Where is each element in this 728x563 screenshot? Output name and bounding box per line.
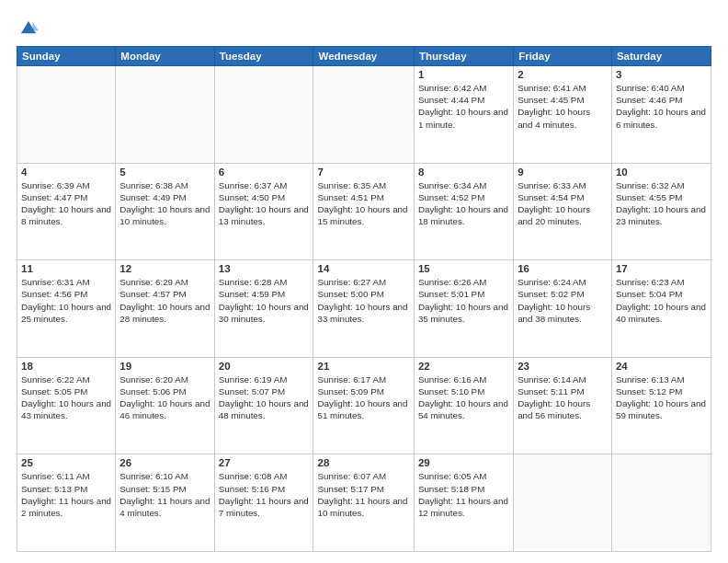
day-number: 15 bbox=[418, 263, 509, 274]
calendar-cell bbox=[514, 454, 612, 552]
day-info: Sunrise: 6:39 AM Sunset: 4:47 PM Dayligh… bbox=[21, 179, 111, 228]
calendar-cell bbox=[313, 66, 414, 164]
logo bbox=[17, 18, 42, 39]
day-info: Sunrise: 6:23 AM Sunset: 5:04 PM Dayligh… bbox=[616, 276, 707, 325]
calendar-cell: 25Sunrise: 6:11 AM Sunset: 5:13 PM Dayli… bbox=[17, 454, 116, 552]
day-number: 13 bbox=[219, 263, 310, 274]
calendar-cell: 9Sunrise: 6:33 AM Sunset: 4:54 PM Daylig… bbox=[514, 163, 612, 260]
calendar-cell bbox=[116, 66, 214, 164]
day-number: 25 bbox=[21, 457, 111, 468]
calendar-cell: 20Sunrise: 6:19 AM Sunset: 5:07 PM Dayli… bbox=[214, 357, 313, 454]
logo-icon bbox=[18, 18, 39, 39]
calendar-header-row: SundayMondayTuesdayWednesdayThursdayFrid… bbox=[17, 47, 711, 66]
calendar-cell: 26Sunrise: 6:10 AM Sunset: 5:15 PM Dayli… bbox=[116, 454, 214, 552]
calendar-week-4: 18Sunrise: 6:22 AM Sunset: 5:05 PM Dayli… bbox=[17, 357, 711, 454]
day-number: 23 bbox=[518, 361, 608, 372]
day-number: 14 bbox=[317, 263, 409, 274]
day-number: 24 bbox=[616, 361, 707, 372]
day-info: Sunrise: 6:32 AM Sunset: 4:55 PM Dayligh… bbox=[616, 179, 707, 228]
day-info: Sunrise: 6:16 AM Sunset: 5:10 PM Dayligh… bbox=[418, 373, 509, 422]
calendar-cell: 4Sunrise: 6:39 AM Sunset: 4:47 PM Daylig… bbox=[17, 163, 116, 260]
day-info: Sunrise: 6:40 AM Sunset: 4:46 PM Dayligh… bbox=[616, 82, 707, 131]
day-info: Sunrise: 6:22 AM Sunset: 5:05 PM Dayligh… bbox=[21, 373, 111, 422]
calendar-cell: 14Sunrise: 6:27 AM Sunset: 5:00 PM Dayli… bbox=[313, 260, 414, 358]
column-header-saturday: Saturday bbox=[611, 47, 711, 66]
day-info: Sunrise: 6:29 AM Sunset: 4:57 PM Dayligh… bbox=[119, 276, 210, 325]
day-number: 26 bbox=[119, 457, 210, 468]
day-info: Sunrise: 6:34 AM Sunset: 4:52 PM Dayligh… bbox=[418, 179, 509, 228]
day-info: Sunrise: 6:28 AM Sunset: 4:59 PM Dayligh… bbox=[219, 276, 310, 325]
calendar-cell: 2Sunrise: 6:41 AM Sunset: 4:45 PM Daylig… bbox=[514, 66, 612, 164]
calendar-week-2: 4Sunrise: 6:39 AM Sunset: 4:47 PM Daylig… bbox=[17, 163, 711, 260]
day-number: 4 bbox=[21, 167, 111, 178]
day-info: Sunrise: 6:26 AM Sunset: 5:01 PM Dayligh… bbox=[418, 276, 509, 325]
day-number: 1 bbox=[418, 69, 509, 80]
calendar-cell: 16Sunrise: 6:24 AM Sunset: 5:02 PM Dayli… bbox=[514, 260, 612, 358]
day-info: Sunrise: 6:27 AM Sunset: 5:00 PM Dayligh… bbox=[317, 276, 409, 325]
day-info: Sunrise: 6:13 AM Sunset: 5:12 PM Dayligh… bbox=[616, 373, 707, 422]
calendar-cell: 19Sunrise: 6:20 AM Sunset: 5:06 PM Dayli… bbox=[116, 357, 214, 454]
day-number: 27 bbox=[219, 457, 310, 468]
calendar-week-5: 25Sunrise: 6:11 AM Sunset: 5:13 PM Dayli… bbox=[17, 454, 711, 552]
calendar-cell: 10Sunrise: 6:32 AM Sunset: 4:55 PM Dayli… bbox=[611, 163, 711, 260]
day-number: 8 bbox=[418, 167, 509, 178]
calendar-body: 1Sunrise: 6:42 AM Sunset: 4:44 PM Daylig… bbox=[17, 66, 711, 552]
day-number: 17 bbox=[616, 263, 707, 274]
day-number: 29 bbox=[418, 457, 509, 468]
column-header-tuesday: Tuesday bbox=[214, 47, 313, 66]
day-number: 20 bbox=[219, 361, 310, 372]
calendar-cell: 27Sunrise: 6:08 AM Sunset: 5:16 PM Dayli… bbox=[214, 454, 313, 552]
day-number: 3 bbox=[616, 69, 707, 80]
day-info: Sunrise: 6:38 AM Sunset: 4:49 PM Dayligh… bbox=[119, 179, 210, 228]
day-number: 28 bbox=[317, 457, 409, 468]
calendar-cell: 22Sunrise: 6:16 AM Sunset: 5:10 PM Dayli… bbox=[414, 357, 513, 454]
day-number: 2 bbox=[518, 69, 608, 80]
header bbox=[17, 15, 711, 39]
day-info: Sunrise: 6:33 AM Sunset: 4:54 PM Dayligh… bbox=[518, 179, 608, 228]
column-header-thursday: Thursday bbox=[414, 47, 513, 66]
calendar-cell: 7Sunrise: 6:35 AM Sunset: 4:51 PM Daylig… bbox=[313, 163, 414, 260]
day-number: 12 bbox=[119, 263, 210, 274]
day-number: 10 bbox=[616, 167, 707, 178]
day-info: Sunrise: 6:41 AM Sunset: 4:45 PM Dayligh… bbox=[518, 82, 608, 131]
day-number: 21 bbox=[317, 361, 409, 372]
calendar-cell bbox=[611, 454, 711, 552]
column-header-monday: Monday bbox=[116, 47, 214, 66]
calendar-cell: 13Sunrise: 6:28 AM Sunset: 4:59 PM Dayli… bbox=[214, 260, 313, 358]
day-number: 7 bbox=[317, 167, 409, 178]
day-number: 19 bbox=[119, 361, 210, 372]
day-info: Sunrise: 6:31 AM Sunset: 4:56 PM Dayligh… bbox=[21, 276, 111, 325]
day-info: Sunrise: 6:07 AM Sunset: 5:17 PM Dayligh… bbox=[317, 470, 409, 519]
day-info: Sunrise: 6:19 AM Sunset: 5:07 PM Dayligh… bbox=[219, 373, 310, 422]
calendar-cell: 1Sunrise: 6:42 AM Sunset: 4:44 PM Daylig… bbox=[414, 66, 513, 164]
calendar-cell: 18Sunrise: 6:22 AM Sunset: 5:05 PM Dayli… bbox=[17, 357, 116, 454]
calendar-cell bbox=[214, 66, 313, 164]
day-info: Sunrise: 6:05 AM Sunset: 5:18 PM Dayligh… bbox=[418, 470, 509, 519]
calendar-cell: 6Sunrise: 6:37 AM Sunset: 4:50 PM Daylig… bbox=[214, 163, 313, 260]
calendar-cell: 15Sunrise: 6:26 AM Sunset: 5:01 PM Dayli… bbox=[414, 260, 513, 358]
day-info: Sunrise: 6:08 AM Sunset: 5:16 PM Dayligh… bbox=[219, 470, 310, 519]
day-number: 16 bbox=[518, 263, 608, 274]
calendar-table: SundayMondayTuesdayWednesdayThursdayFrid… bbox=[17, 46, 711, 552]
day-number: 5 bbox=[119, 167, 210, 178]
calendar-cell: 23Sunrise: 6:14 AM Sunset: 5:11 PM Dayli… bbox=[514, 357, 612, 454]
calendar-cell: 3Sunrise: 6:40 AM Sunset: 4:46 PM Daylig… bbox=[611, 66, 711, 164]
day-number: 9 bbox=[518, 167, 608, 178]
column-header-sunday: Sunday bbox=[17, 47, 116, 66]
calendar-week-3: 11Sunrise: 6:31 AM Sunset: 4:56 PM Dayli… bbox=[17, 260, 711, 358]
calendar-cell: 8Sunrise: 6:34 AM Sunset: 4:52 PM Daylig… bbox=[414, 163, 513, 260]
calendar-cell bbox=[17, 66, 116, 164]
calendar-cell: 29Sunrise: 6:05 AM Sunset: 5:18 PM Dayli… bbox=[414, 454, 513, 552]
day-number: 11 bbox=[21, 263, 111, 274]
day-info: Sunrise: 6:17 AM Sunset: 5:09 PM Dayligh… bbox=[317, 373, 409, 422]
calendar-cell: 28Sunrise: 6:07 AM Sunset: 5:17 PM Dayli… bbox=[313, 454, 414, 552]
day-info: Sunrise: 6:24 AM Sunset: 5:02 PM Dayligh… bbox=[518, 276, 608, 325]
day-number: 18 bbox=[21, 361, 111, 372]
day-info: Sunrise: 6:42 AM Sunset: 4:44 PM Dayligh… bbox=[418, 82, 509, 131]
day-info: Sunrise: 6:35 AM Sunset: 4:51 PM Dayligh… bbox=[317, 179, 409, 228]
day-info: Sunrise: 6:37 AM Sunset: 4:50 PM Dayligh… bbox=[219, 179, 310, 228]
calendar-cell: 12Sunrise: 6:29 AM Sunset: 4:57 PM Dayli… bbox=[116, 260, 214, 358]
day-number: 22 bbox=[418, 361, 509, 372]
calendar-cell: 5Sunrise: 6:38 AM Sunset: 4:49 PM Daylig… bbox=[116, 163, 214, 260]
calendar-week-1: 1Sunrise: 6:42 AM Sunset: 4:44 PM Daylig… bbox=[17, 66, 711, 164]
